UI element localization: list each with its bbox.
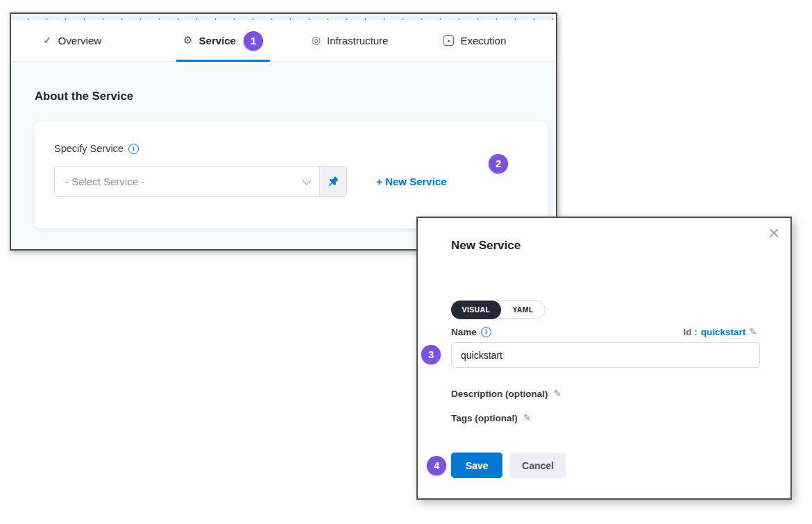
edit-id-pencil-icon[interactable]: ✎ (749, 326, 757, 337)
canvas-dot-strip (11, 14, 556, 20)
tab-infrastructure-label: Infrastructure (327, 35, 388, 47)
tab-overview[interactable]: ✓ Overview (35, 20, 110, 61)
target-icon: ◎ (312, 35, 321, 46)
step-badge-3: 3 (421, 345, 441, 364)
cancel-button[interactable]: Cancel (509, 453, 566, 478)
tab-execution[interactable]: ▸ Execution (435, 20, 514, 61)
specify-service-card: Specify Service i - Select Service - + N… (35, 121, 548, 228)
id-value-link[interactable]: quickstart (701, 327, 746, 337)
specify-service-label-row: Specify Service i (54, 143, 139, 154)
step-badge-1: 1 (244, 31, 263, 51)
info-icon[interactable]: i (128, 144, 139, 154)
name-label: Name (451, 327, 477, 337)
specify-service-label: Specify Service (54, 143, 124, 154)
close-icon[interactable]: × (768, 222, 779, 244)
modal-button-row: Save Cancel (451, 453, 566, 478)
pushpin-icon (328, 176, 339, 187)
service-select-row: - Select Service - + New Service (54, 166, 446, 197)
tags-row: Tags (optional) ✎ (451, 412, 531, 423)
new-service-link[interactable]: + New Service (376, 176, 446, 187)
toggle-visual[interactable]: VISUAL (451, 301, 502, 319)
tags-label: Tags (optional) (451, 413, 518, 423)
id-label: Id : (683, 327, 697, 337)
visual-yaml-toggle: VISUAL YAML (451, 301, 545, 319)
info-icon[interactable]: i (481, 327, 491, 337)
tab-infrastructure[interactable]: ◎ Infrastructure (303, 20, 396, 61)
tab-overview-label: Overview (58, 35, 102, 47)
description-label: Description (optional) (451, 389, 548, 399)
name-label-row: Name i Id : quickstart ✎ (451, 326, 757, 337)
tab-service-label: Service (199, 35, 236, 47)
description-row: Description (optional) ✎ (451, 388, 561, 399)
service-select[interactable]: - Select Service - (54, 166, 319, 197)
new-service-modal: × New Service VISUAL YAML Name i Id : qu… (416, 217, 792, 500)
id-group: Id : quickstart ✎ (683, 326, 757, 337)
about-service-heading: About the Service (35, 90, 133, 103)
tab-execution-label: Execution (460, 35, 506, 47)
save-button[interactable]: Save (451, 453, 502, 478)
page: ✓ Overview ⚙ Service 1 ◎ Infrastructure … (0, 0, 812, 524)
edit-description-pencil-icon[interactable]: ✎ (554, 388, 562, 399)
pin-service-button[interactable] (319, 166, 347, 197)
service-config-panel: ✓ Overview ⚙ Service 1 ◎ Infrastructure … (10, 12, 557, 251)
stage-tab-bar: ✓ Overview ⚙ Service 1 ◎ Infrastructure … (11, 20, 556, 62)
check-icon: ✓ (43, 35, 52, 46)
tab-service[interactable]: ⚙ Service 1 (175, 20, 271, 61)
toggle-yaml[interactable]: YAML (501, 301, 544, 318)
step-badge-4: 4 (427, 456, 446, 475)
play-icon: ▸ (443, 35, 454, 46)
name-input[interactable] (451, 342, 760, 368)
edit-tags-pencil-icon[interactable]: ✎ (523, 412, 532, 423)
service-select-value: - Select Service - (65, 176, 144, 187)
step-badge-2: 2 (489, 154, 508, 174)
modal-title: New Service (451, 239, 521, 253)
chevron-down-icon (303, 176, 312, 185)
gear-icon: ⚙ (183, 35, 192, 46)
name-label-group: Name i (451, 327, 491, 337)
